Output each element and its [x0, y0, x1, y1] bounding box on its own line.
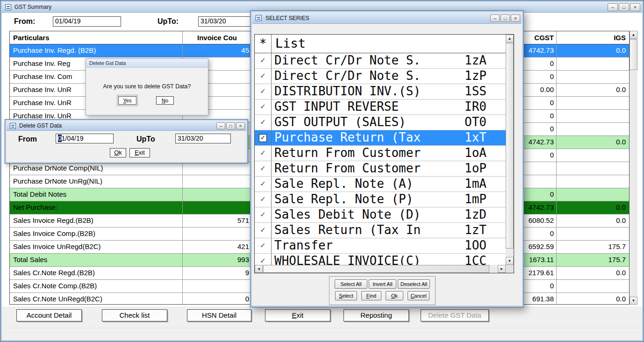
series-row[interactable]: ✓ ✓ Return From Customer1oA: [255, 146, 506, 161]
header-igst[interactable]: IGS: [557, 31, 630, 44]
series-horizontal-scrollbar[interactable]: ◄ ►: [255, 265, 506, 273]
series-action-button[interactable]: Select All: [335, 279, 367, 289]
series-check-cell[interactable]: ✓ ✓: [255, 53, 272, 68]
series-check-cell[interactable]: ✓ ✓: [255, 130, 272, 145]
series-check-cell[interactable]: ✓ ✓: [255, 207, 272, 222]
series-check-cell[interactable]: ✓ ✓: [255, 254, 272, 265]
header-invoice-count[interactable]: Invoice Cou: [183, 31, 252, 44]
row-invoice-count: 9: [183, 267, 252, 280]
yes-button[interactable]: Yes: [118, 96, 136, 105]
no-button[interactable]: No: [156, 96, 174, 105]
row-invoice-count: [183, 201, 252, 214]
minimize-icon[interactable]: –: [490, 14, 500, 22]
series-row[interactable]: ✓ ✓ Sale Repl. Note (P)1mP: [255, 192, 506, 207]
scroll-down-icon[interactable]: ▼: [630, 297, 637, 305]
series-check-cell[interactable]: ✓ ✓: [255, 69, 272, 84]
confirm-dialog-titlebar[interactable]: Delete Gst Data: [86, 59, 208, 68]
series-check-cell[interactable]: ✓ ✓: [255, 223, 272, 238]
series-vertical-scrollbar[interactable]: ▲ ▼: [506, 35, 514, 265]
series-check-cell[interactable]: ✓ ✓: [255, 146, 272, 161]
check-mark-icon: ✓: [260, 164, 266, 172]
footer-button[interactable]: Account Detail: [16, 309, 82, 321]
scroll-thumb[interactable]: [506, 43, 514, 249]
series-check-cell[interactable]: ✓ ✓: [255, 177, 272, 192]
series-action-button[interactable]: Find: [361, 291, 381, 300]
close-icon[interactable]: ×: [236, 122, 245, 129]
series-row[interactable]: ✓ ✓ Purchase Return (Tax1xT: [255, 130, 506, 146]
window-controls: – □ ×: [490, 14, 520, 22]
series-check-cell[interactable]: ✓ ✓: [255, 238, 272, 253]
scroll-right-icon[interactable]: ►: [498, 265, 506, 273]
check-mark-icon: ✓: [260, 71, 266, 79]
series-check-cell[interactable]: ✓ ✓: [255, 84, 272, 99]
series-row[interactable]: ✓ ✓ Sales Return (Tax In1zT: [255, 223, 506, 238]
series-action-button[interactable]: Invert All: [369, 279, 396, 289]
footer-button[interactable]: Reposting: [343, 309, 409, 321]
minimize-icon[interactable]: –: [608, 3, 618, 11]
series-action-button[interactable]: Select: [335, 291, 357, 300]
scroll-thumb[interactable]: [630, 39, 637, 70]
delete-window-titlebar[interactable]: Delete GST Data – □ ×: [7, 121, 246, 131]
scroll-left-icon[interactable]: ◄: [255, 265, 263, 273]
maximize-icon[interactable]: □: [226, 122, 235, 129]
scroll-up-icon[interactable]: ▲: [506, 35, 514, 43]
scroll-down-icon[interactable]: ▼: [506, 257, 514, 265]
select-series-titlebar[interactable]: SELECT SERIES – □ ×: [252, 13, 522, 24]
maximize-icon[interactable]: □: [619, 3, 629, 11]
series-name: WHOLESALE INVOICE(C): [274, 254, 465, 265]
footer-button[interactable]: HSN Detail: [187, 309, 251, 321]
series-row[interactable]: ✓ ✓ Direct Cr/Dr Note S.1zP: [255, 69, 506, 84]
close-icon[interactable]: ×: [630, 3, 640, 11]
series-row[interactable]: ✓ ✓ WHOLESALE INVOICE(C)1CC: [255, 254, 506, 265]
delete-window-title: Delete GST Data: [19, 122, 62, 129]
check-mark-icon: ✓: [260, 56, 266, 64]
series-row[interactable]: ✓ ✓ GST INPUT REVERSEIR0: [255, 100, 506, 115]
row-igst: 0.0: [557, 214, 630, 228]
header-particulars[interactable]: Particulars: [10, 31, 183, 44]
series-row[interactable]: ✓ ✓ GST OUTPUT (SALES)OT0: [255, 115, 506, 130]
table-vertical-scrollbar[interactable]: ▲ ▼: [630, 31, 637, 305]
scroll-up-icon[interactable]: ▲: [630, 31, 637, 39]
series-label: Transfer1OO: [272, 238, 487, 253]
upto-date-input[interactable]: 31/03/20: [175, 134, 231, 143]
from-date-input[interactable]: 01/04/19: [56, 134, 114, 143]
check-mark-icon: ✓: [260, 256, 266, 264]
row-igst: [557, 188, 630, 201]
maximize-icon[interactable]: □: [501, 14, 510, 22]
row-igst: 0.0: [557, 44, 630, 57]
scroll-thumb[interactable]: [263, 265, 489, 273]
series-row[interactable]: ✓ ✓ Transfer1OO: [255, 238, 506, 254]
series-check-cell[interactable]: ✓ ✓: [255, 161, 272, 176]
series-check-cell[interactable]: ✓ ✓: [255, 192, 272, 207]
series-row[interactable]: ✓ ✓ Sales Debit Note (D)1zD: [255, 207, 506, 223]
series-check-cell[interactable]: ✓ ✓: [255, 100, 272, 114]
check-mark-icon: ✓: [260, 179, 266, 187]
upto-label: UpTo: [136, 135, 155, 143]
row-particulars: Sales Cr.Note UnRegd(B2C): [10, 293, 183, 305]
minimize-icon[interactable]: –: [216, 122, 225, 129]
series-label: Purchase Return (Tax1xT: [272, 130, 487, 145]
series-row[interactable]: ✓ ✓ Sale Repl. Note (A)1mA: [255, 177, 506, 192]
series-row[interactable]: ✓ ✓ Return From Customer1oP: [255, 161, 506, 177]
exit-button[interactable]: Exit: [129, 148, 150, 157]
check-mark-icon: ✓: [260, 118, 266, 126]
series-name: Direct Cr/Dr Note S.: [274, 53, 465, 68]
from-date-input[interactable]: 01/04/19: [53, 16, 121, 27]
row-igst: 0.0: [557, 201, 630, 214]
footer-divider: [3, 328, 640, 329]
close-icon[interactable]: ×: [511, 14, 520, 22]
ok-button[interactable]: Ok: [110, 148, 126, 157]
series-action-button[interactable]: Ok: [386, 291, 403, 300]
footer-button[interactable]: Exit: [265, 309, 330, 321]
series-action-button[interactable]: Deselect All: [398, 279, 430, 289]
footer-button[interactable]: Delete GST Data: [421, 309, 489, 321]
series-check-cell[interactable]: ✓ ✓: [255, 115, 272, 130]
series-action-button[interactable]: Cancel: [408, 291, 429, 300]
series-row[interactable]: ✓ ✓ Direct Cr/Dr Note S.1zA: [255, 53, 506, 69]
row-igst: [557, 175, 630, 188]
row-invoice-count: [183, 280, 252, 293]
series-row[interactable]: ✓ ✓ DISTRIBUTION INV.(S)1SS: [255, 84, 506, 100]
footer-button[interactable]: Check list: [102, 309, 167, 321]
series-list-header: * List: [255, 35, 506, 53]
row-particulars: Sales Invoice Regd.(B2B): [10, 214, 183, 228]
